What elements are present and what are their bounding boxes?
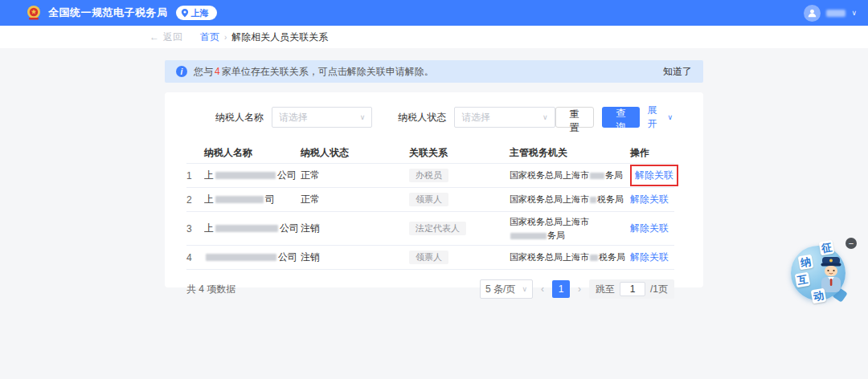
table-row: 2 上司 正常 领票人 国家税务总局上海市税务局 解除关联 xyxy=(186,188,674,212)
action-cell: 解除关联 xyxy=(630,222,674,235)
taxpayer-name-select[interactable]: 请选择 ∨ xyxy=(272,107,372,128)
relation-tag: 法定代表人 xyxy=(409,222,466,235)
redacted-text xyxy=(510,233,547,239)
back-button[interactable]: ← 返回 xyxy=(149,31,182,44)
redacted-text xyxy=(215,225,278,232)
national-emblem-logo xyxy=(26,5,42,21)
widget-char-na: 纳 xyxy=(798,255,814,271)
action-cell: 解除关联 xyxy=(630,165,674,186)
widget-char-hu: 互 xyxy=(795,272,811,288)
unlink-action-link[interactable]: 解除关联 xyxy=(630,194,669,205)
location-selector[interactable]: 上海 xyxy=(176,6,217,20)
back-arrow-icon: ← xyxy=(149,31,159,43)
reset-button[interactable]: 重置 xyxy=(555,107,595,128)
jump-page-input[interactable] xyxy=(620,282,645,296)
action-cell: 解除关联 xyxy=(630,251,674,264)
col-taxpayer-status: 纳税人状态 xyxy=(301,146,409,160)
col-authority: 主管税务机关 xyxy=(510,146,630,160)
tax-authority: 国家税务总局上海市务局 xyxy=(510,169,630,182)
user-avatar[interactable] xyxy=(804,5,821,22)
relation-tag: 领票人 xyxy=(409,251,448,264)
username-redacted xyxy=(826,10,845,17)
expand-toggle[interactable]: 展开 ∨ xyxy=(648,104,673,131)
redacted-text xyxy=(590,255,598,261)
table-header: 纳税人名称 纳税人状态 关联关系 主管税务机关 操作 xyxy=(186,142,674,164)
chevron-down-icon: ∨ xyxy=(522,285,527,293)
filter-row: 纳税人名称 请选择 ∨ 纳税人状态 请选择 ∨ 重置 查询 展开 ∨ xyxy=(165,92,703,131)
taxpayer-status-placeholder: 请选择 xyxy=(461,111,542,124)
jump-label: 跳至 xyxy=(596,283,615,296)
relation-cell: 领票人 xyxy=(409,251,510,264)
prev-page-button[interactable]: ‹ xyxy=(539,283,546,295)
chevron-down-icon: ∨ xyxy=(360,113,366,121)
chevron-down-icon: ∨ xyxy=(542,113,548,121)
row-index: 4 xyxy=(186,252,204,263)
widget-minimize-button[interactable]: − xyxy=(845,238,857,249)
taxpayer-name: 公司 xyxy=(204,251,301,264)
redacted-text xyxy=(590,197,596,203)
col-taxpayer-name: 纳税人名称 xyxy=(204,146,301,160)
table-footer: 共 4 项数据 5 条/页 ∨ ‹ 1 › 跳至 /1页 xyxy=(165,270,703,299)
col-action: 操作 xyxy=(630,146,674,160)
row-index: 1 xyxy=(186,170,204,181)
query-card: 纳税人名称 请选择 ∨ 纳税人状态 请选择 ∨ 重置 查询 展开 ∨ xyxy=(165,92,703,287)
back-label: 返回 xyxy=(163,31,182,44)
breadcrumb-separator: › xyxy=(224,33,227,42)
location-pin-icon xyxy=(181,9,189,18)
redacted-text xyxy=(590,173,604,179)
breadcrumb-current: 解除相关人员关联关系 xyxy=(231,31,328,44)
taxpayer-status-select[interactable]: 请选择 ∨ xyxy=(454,107,555,128)
taxpayer-name-label: 纳税人名称 xyxy=(215,111,264,124)
taxpayer-status: 注销 xyxy=(301,251,409,264)
tax-authority: 国家税务总局上海市税务局 xyxy=(510,193,630,206)
page-size-select[interactable]: 5 条/页 ∨ xyxy=(480,279,533,299)
table-row: 1 上公司 正常 办税员 国家税务总局上海市务局 解除关联 xyxy=(186,164,674,188)
action-cell: 解除关联 xyxy=(630,193,674,206)
widget-char-dong: 动 xyxy=(811,288,827,304)
user-menu-chevron-icon[interactable]: ∨ xyxy=(851,9,857,17)
taxpayer-name-placeholder: 请选择 xyxy=(279,111,360,124)
current-page-button[interactable]: 1 xyxy=(552,280,570,298)
relation-cell: 法定代表人 xyxy=(409,222,510,235)
jump-total-label: /1页 xyxy=(650,283,668,296)
app-root: { "topbar": { "title": "全国统一规范电子税务局", "l… xyxy=(0,0,868,379)
notice-banner: i 您与 4 家单位存在关联关系，可点击解除关联申请解除。 知道了 xyxy=(165,60,703,83)
unlink-action-link[interactable]: 解除关联 xyxy=(630,222,669,234)
tax-authority: 国家税务总局上海市务局 xyxy=(510,212,630,245)
unlink-action-link[interactable]: 解除关联 xyxy=(630,165,678,186)
interaction-widget[interactable]: 征 纳 互 动 − xyxy=(788,236,858,312)
filter-buttons: 重置 查询 展开 ∨ xyxy=(555,104,673,131)
banner-count: 4 xyxy=(215,66,220,77)
main-content: i 您与 4 家单位存在关联关系，可点击解除关联申请解除。 知道了 纳税人名称 … xyxy=(0,48,868,379)
widget-char-zheng: 征 xyxy=(819,240,835,256)
pagination: 5 条/页 ∨ ‹ 1 › 跳至 /1页 xyxy=(480,279,674,299)
taxpayer-name: 上公司 xyxy=(204,169,301,182)
next-page-button[interactable]: › xyxy=(576,283,583,295)
info-icon: i xyxy=(176,66,187,77)
page-size-value: 5 条/页 xyxy=(485,283,522,296)
redacted-text xyxy=(206,254,276,261)
user-area: ∨ xyxy=(804,5,857,22)
page-jump-group: 跳至 /1页 xyxy=(589,279,674,299)
taxpayer-status: 正常 xyxy=(301,169,409,182)
banner-text-before: 您与 xyxy=(194,65,213,79)
taxpayer-name: 上司 xyxy=(204,193,301,206)
taxpayer-status: 注销 xyxy=(301,222,409,235)
search-button[interactable]: 查询 xyxy=(602,107,640,128)
relation-tag: 领票人 xyxy=(409,193,448,206)
unlink-action-link[interactable]: 解除关联 xyxy=(630,251,669,263)
row-index: 3 xyxy=(186,223,204,234)
location-label: 上海 xyxy=(191,7,209,19)
relation-cell: 办税员 xyxy=(409,169,510,182)
breadcrumb-home[interactable]: 首页 xyxy=(200,31,219,44)
banner-dismiss-button[interactable]: 知道了 xyxy=(663,65,692,79)
redacted-text xyxy=(215,196,264,203)
relation-table: 纳税人名称 纳税人状态 关联关系 主管税务机关 操作 1 上公司 正常 办税员 … xyxy=(165,131,703,270)
taxpayer-status: 正常 xyxy=(301,193,409,206)
col-relation: 关联关系 xyxy=(409,146,510,160)
taxpayer-name: 上公司 xyxy=(204,222,301,235)
banner-text-after: 家单位存在关联关系，可点击解除关联申请解除。 xyxy=(222,65,434,79)
table-body: 1 上公司 正常 办税员 国家税务总局上海市务局 解除关联 2 上司 正常 领票… xyxy=(186,164,674,270)
row-index: 2 xyxy=(186,194,204,206)
redacted-text xyxy=(215,172,276,179)
